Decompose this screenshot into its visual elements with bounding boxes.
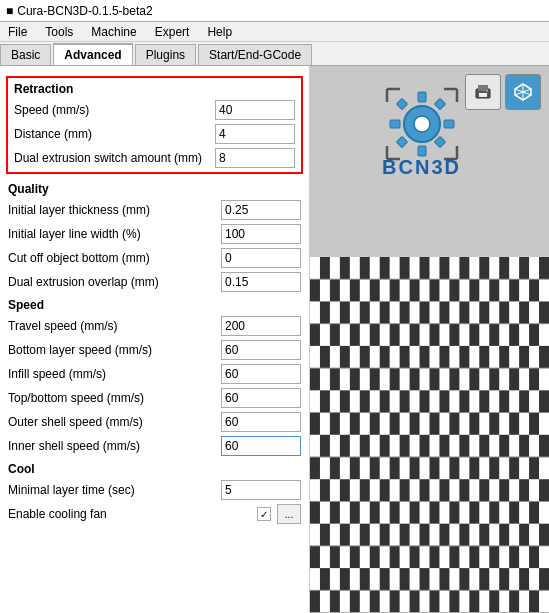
svg-rect-17 xyxy=(434,136,445,147)
field-label-dual-switch: Dual extrusion switch amount (mm) xyxy=(14,151,215,165)
svg-point-9 xyxy=(414,116,430,132)
svg-rect-22 xyxy=(310,257,549,613)
window-title: Cura-BCN3D-0.1.5-beta2 xyxy=(17,4,152,18)
left-panel: Retraction Speed (mm/s) Distance (mm) Du… xyxy=(0,66,310,613)
field-label-initial-thickness: Initial layer thickness (mm) xyxy=(8,203,221,217)
field-row-outer-shell: Outer shell speed (mm/s) xyxy=(0,410,309,434)
input-dual-overlap[interactable] xyxy=(221,272,301,292)
menu-expert[interactable]: Expert xyxy=(151,24,194,40)
field-label-cutoff: Cut off object bottom (mm) xyxy=(8,251,221,265)
field-label-speed: Speed (mm/s) xyxy=(14,103,215,117)
field-row-bottom-layer: Bottom layer speed (mm/s) xyxy=(0,338,309,362)
right-panel: BCN3D xyxy=(310,66,549,613)
tab-basic[interactable]: Basic xyxy=(0,44,51,65)
field-row-minimal-layer: Minimal layer time (sec) xyxy=(0,478,309,502)
speed-section: Speed Travel speed (mm/s) Bottom layer s… xyxy=(0,294,309,458)
svg-rect-14 xyxy=(396,98,407,109)
tabs-bar: Basic Advanced Plugins Start/End-GCode xyxy=(0,42,549,66)
field-label-bottom-layer: Bottom layer speed (mm/s) xyxy=(8,343,221,357)
input-outer-shell[interactable] xyxy=(221,412,301,432)
field-label-infill: Infill speed (mm/s) xyxy=(8,367,221,381)
svg-rect-15 xyxy=(434,98,445,109)
field-label-minimal-layer: Minimal layer time (sec) xyxy=(8,483,221,497)
menu-tools[interactable]: Tools xyxy=(41,24,77,40)
menu-help[interactable]: Help xyxy=(203,24,236,40)
menu-bar: File Tools Machine Expert Help xyxy=(0,22,549,42)
input-cutoff[interactable] xyxy=(221,248,301,268)
main-container: Retraction Speed (mm/s) Distance (mm) Du… xyxy=(0,66,549,613)
field-label-distance: Distance (mm) xyxy=(14,127,215,141)
tab-advanced[interactable]: Advanced xyxy=(53,43,132,65)
quality-section: Quality Initial layer thickness (mm) Ini… xyxy=(0,178,309,294)
field-row-distance: Distance (mm) xyxy=(8,122,301,146)
menu-machine[interactable]: Machine xyxy=(87,24,140,40)
input-speed[interactable] xyxy=(215,100,295,120)
toolbar-icons xyxy=(465,74,541,110)
bcn3d-logo-area: BCN3D xyxy=(382,84,462,179)
dots-button[interactable]: ... xyxy=(277,504,301,524)
field-row-infill: Infill speed (mm/s) xyxy=(0,362,309,386)
svg-rect-12 xyxy=(390,120,400,128)
input-inner-shell[interactable] xyxy=(221,436,301,456)
input-initial-linewidth[interactable] xyxy=(221,224,301,244)
svg-rect-2 xyxy=(479,93,487,97)
menu-file[interactable]: File xyxy=(4,24,31,40)
field-label-inner-shell: Inner shell speed (mm/s) xyxy=(8,439,221,453)
app-icon: ■ xyxy=(6,4,13,18)
field-row-dual-switch: Dual extrusion switch amount (mm) xyxy=(8,146,301,170)
bcn3d-text: BCN3D xyxy=(382,156,461,179)
input-topbottom[interactable] xyxy=(221,388,301,408)
retraction-section: Retraction Speed (mm/s) Distance (mm) Du… xyxy=(6,76,303,174)
field-label-cooling-fan: Enable cooling fan xyxy=(8,507,257,521)
svg-rect-10 xyxy=(418,92,426,102)
input-travel[interactable] xyxy=(221,316,301,336)
svg-rect-13 xyxy=(444,120,454,128)
retraction-header: Retraction xyxy=(8,80,301,98)
field-label-outer-shell: Outer shell speed (mm/s) xyxy=(8,415,221,429)
input-distance[interactable] xyxy=(215,124,295,144)
field-row-topbottom: Top/bottom speed (mm/s) xyxy=(0,386,309,410)
gear-icon xyxy=(382,84,462,164)
field-row-travel: Travel speed (mm/s) xyxy=(0,314,309,338)
input-initial-thickness[interactable] xyxy=(221,200,301,220)
cool-header: Cool xyxy=(0,458,309,478)
field-label-topbottom: Top/bottom speed (mm/s) xyxy=(8,391,221,405)
tab-plugins[interactable]: Plugins xyxy=(135,44,196,65)
svg-rect-11 xyxy=(418,146,426,156)
field-row-speed: Speed (mm/s) xyxy=(8,98,301,122)
title-bar: ■ Cura-BCN3D-0.1.5-beta2 xyxy=(0,0,549,22)
checkbox-cooling-fan[interactable]: ✓ xyxy=(257,507,271,521)
input-minimal-layer[interactable] xyxy=(221,480,301,500)
field-row-initial-linewidth: Initial layer line width (%) xyxy=(0,222,309,246)
input-bottom-layer[interactable] xyxy=(221,340,301,360)
field-label-initial-linewidth: Initial layer line width (%) xyxy=(8,227,221,241)
cool-section: Cool Minimal layer time (sec) Enable coo… xyxy=(0,458,309,526)
field-row-inner-shell: Inner shell speed (mm/s) xyxy=(0,434,309,458)
field-row-dual-overlap: Dual extrusion overlap (mm) xyxy=(0,270,309,294)
svg-point-3 xyxy=(486,90,488,92)
tab-start-end-gcode[interactable]: Start/End-GCode xyxy=(198,44,312,65)
field-row-cooling-fan: Enable cooling fan ✓ ... xyxy=(0,502,309,526)
3d-view-icon-btn[interactable] xyxy=(505,74,541,110)
svg-rect-1 xyxy=(478,85,488,91)
input-dual-switch[interactable] xyxy=(215,148,295,168)
field-label-dual-overlap: Dual extrusion overlap (mm) xyxy=(8,275,221,289)
input-infill[interactable] xyxy=(221,364,301,384)
svg-rect-16 xyxy=(396,136,407,147)
viewport: BCN3D xyxy=(310,66,549,613)
field-row-cutoff: Cut off object bottom (mm) xyxy=(0,246,309,270)
print-icon-btn[interactable] xyxy=(465,74,501,110)
checkerboard-floor xyxy=(310,257,549,613)
quality-header: Quality xyxy=(0,178,309,198)
field-row-initial-thickness: Initial layer thickness (mm) xyxy=(0,198,309,222)
field-label-travel: Travel speed (mm/s) xyxy=(8,319,221,333)
speed-header: Speed xyxy=(0,294,309,314)
